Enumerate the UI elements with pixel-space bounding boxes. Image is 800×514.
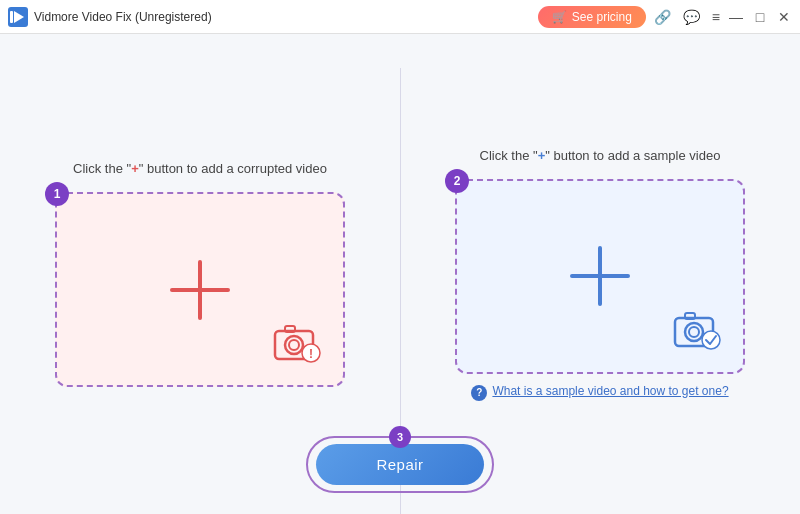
step1-badge: 1 <box>45 182 69 206</box>
svg-point-13 <box>702 331 720 349</box>
svg-point-10 <box>685 323 703 341</box>
link-icon[interactable]: 🔗 <box>654 9 671 25</box>
main-content: Click the "+" button to add a corrupted … <box>0 34 800 514</box>
left-panel-label: Click the "+" button to add a corrupted … <box>73 161 327 176</box>
see-pricing-button[interactable]: 🛒 See pricing <box>538 6 646 28</box>
left-add-icon <box>170 260 230 320</box>
corrupted-camera-icon: ! <box>271 321 323 365</box>
maximize-button[interactable]: □ <box>752 9 768 25</box>
step3-badge: 3 <box>389 426 411 448</box>
sample-video-help-link[interactable]: ? What is a sample video and how to get … <box>471 384 728 401</box>
right-drop-zone[interactable]: 2 <box>455 179 745 374</box>
svg-rect-2 <box>10 11 13 23</box>
step2-badge: 2 <box>445 169 469 193</box>
app-logo <box>8 7 28 27</box>
close-button[interactable]: ✕ <box>776 9 792 25</box>
window-controls: — □ ✕ <box>728 9 792 25</box>
app-title: Vidmore Video Fix (Unregistered) <box>34 10 538 24</box>
help-link-text: What is a sample video and how to get on… <box>492 384 728 398</box>
minimize-button[interactable]: — <box>728 9 744 25</box>
chat-icon[interactable]: 💬 <box>683 9 700 25</box>
svg-rect-6 <box>285 326 295 332</box>
right-plus-char: + <box>538 148 546 163</box>
repair-button[interactable]: Repair <box>316 444 483 485</box>
help-question-icon: ? <box>471 385 487 401</box>
cart-icon: 🛒 <box>552 10 567 24</box>
svg-text:!: ! <box>309 347 313 361</box>
right-panel-label: Click the "+" button to add a sample vid… <box>480 148 721 163</box>
repair-wrapper: 3 Repair <box>306 436 493 493</box>
svg-point-5 <box>289 340 299 350</box>
right-add-icon <box>570 246 630 306</box>
bottom-area: 3 Repair <box>0 414 800 514</box>
title-bar-icons: 🔗 💬 ≡ <box>654 9 720 25</box>
sample-camera-icon <box>671 308 723 352</box>
title-bar: Vidmore Video Fix (Unregistered) 🛒 See p… <box>0 0 800 34</box>
svg-point-11 <box>689 327 699 337</box>
svg-rect-12 <box>685 313 695 319</box>
left-drop-zone[interactable]: 1 ! <box>55 192 345 387</box>
svg-point-4 <box>285 336 303 354</box>
left-plus-char: + <box>131 161 139 176</box>
menu-icon[interactable]: ≡ <box>712 9 720 25</box>
